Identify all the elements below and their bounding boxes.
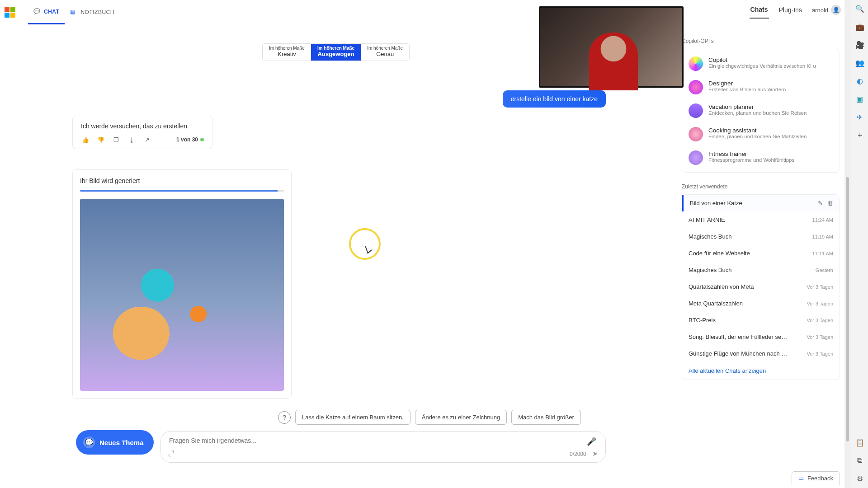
- cube-icon[interactable]: ▣: [855, 94, 865, 104]
- new-topic-button[interactable]: 💬 Neues Thema: [76, 430, 154, 455]
- gpt-cooking[interactable]: Cooking assistantFinden, planen und koch…: [682, 122, 840, 146]
- gpt-fitness[interactable]: Fitness trainerFitnessprogramme und Wohl…: [682, 146, 840, 169]
- recent-item[interactable]: Magisches Buch11:19 AM: [682, 228, 840, 245]
- copy-icon[interactable]: ❐: [112, 135, 121, 144]
- vacation-gpt-icon: [689, 103, 703, 118]
- gpt-vacation[interactable]: Vacation plannerEntdecken, planen und bu…: [682, 99, 840, 122]
- recent-chats: Bild von einer Katze ✎🗑 AI MIT ARNIE11:2…: [682, 194, 840, 380]
- briefcase-icon[interactable]: 💼: [855, 22, 865, 32]
- gpts-section-title: Copilot-GPTs: [682, 38, 840, 44]
- microsoft-logo: [5, 7, 15, 18]
- people-icon[interactable]: 👥: [855, 58, 865, 68]
- bot-text: Ich werde versuchen, das zu erstellen.: [81, 122, 204, 130]
- suggestion-3[interactable]: Mach das Bild größer: [511, 410, 581, 425]
- message-input[interactable]: [169, 437, 533, 444]
- image-generation-card: Ihr Bild wird generiert: [72, 169, 292, 399]
- webcam-overlay: [539, 6, 684, 88]
- chat-icon: 💬: [33, 8, 41, 15]
- cooking-gpt-icon: [689, 127, 703, 141]
- send-icon[interactable]: ➤: [592, 450, 598, 457]
- recent-item[interactable]: BTC-PreisVor 3 Tagen: [682, 312, 840, 328]
- settings-icon[interactable]: ⚙: [855, 474, 865, 483]
- user-message: erstelle ein bild von einer katze: [503, 90, 606, 108]
- copilot-gpt-icon: [689, 56, 703, 71]
- thumbs-down-icon[interactable]: 👎: [96, 135, 105, 144]
- tab-chat-label: CHAT: [44, 9, 59, 15]
- recent-item[interactable]: Günstige Flüge von München nach FraVor 3…: [682, 345, 840, 362]
- bot-actions: 👍 👎 ❐ ⭳ ↗ 1 von 30: [81, 135, 204, 144]
- delete-icon[interactable]: 🗑: [827, 200, 833, 206]
- gpt-designer[interactable]: DesignerErstellen von Bildern aus Wörter…: [682, 75, 840, 99]
- style-balanced[interactable]: Im höheren Maße Ausgewogen: [311, 44, 361, 61]
- suggestion-2[interactable]: Ändere es zu einer Zeichnung: [415, 410, 507, 425]
- style-creative[interactable]: Im höheren Maße Kreativ: [263, 44, 311, 61]
- recents-section-title: Zuletzt verwendete: [682, 183, 840, 190]
- recent-item[interactable]: Magisches BuchGestern: [682, 262, 840, 278]
- clipboard-icon[interactable]: 📋: [855, 437, 865, 447]
- tab-chats[interactable]: Chats: [750, 1, 769, 19]
- recent-item[interactable]: Meta QuartalszahlenVor 3 Tagen: [682, 295, 840, 312]
- visual-search-icon[interactable]: ⌞⌝: [168, 450, 175, 458]
- generation-title: Ihr Bild wird generiert: [80, 177, 284, 184]
- tab-plugins[interactable]: Plug-Ins: [778, 2, 803, 18]
- thumbs-up-icon[interactable]: 👍: [81, 135, 90, 144]
- status-dot-icon: [200, 138, 204, 141]
- generated-image-placeholder: [80, 199, 284, 391]
- gpt-copilot[interactable]: CopilotEin gleichgewichtiges Verhältnis …: [682, 52, 840, 75]
- feedback-icon: ▭: [798, 475, 804, 482]
- share-icon[interactable]: ↗: [142, 135, 151, 144]
- chat-area: erstelle ein bild von einer katze Ich we…: [72, 81, 615, 488]
- avatar-icon: 👤: [831, 5, 841, 15]
- tab-notebook[interactable]: ▦ NOTIZBUCH: [65, 0, 120, 24]
- add-icon[interactable]: ＋: [855, 130, 865, 140]
- tab-icon[interactable]: ⧉: [855, 455, 865, 465]
- header: 💬 CHAT ▦ NOTIZBUCH: [0, 0, 844, 24]
- tab-notebook-label: NOTIZBUCH: [80, 9, 114, 15]
- designer-gpt-icon: [689, 80, 703, 94]
- recent-item[interactable]: Song: Bleistift, der eine Füllfeder sein…: [682, 328, 840, 345]
- tab-chat[interactable]: 💬 CHAT: [28, 0, 65, 24]
- compose-box: 🎤 ⌞⌝ 0/2000 ➤: [160, 431, 606, 463]
- gpt-list: CopilotEin gleichgewichtiges Verhältnis …: [682, 49, 840, 173]
- recent-item[interactable]: Bild von einer Katze ✎🗑: [682, 195, 840, 211]
- user-menu[interactable]: arnold 👤: [812, 5, 841, 15]
- fitness-gpt-icon: [689, 150, 703, 165]
- show-all-chats[interactable]: Alle aktuellen Chats anzeigen: [682, 362, 840, 380]
- username: arnold: [812, 7, 828, 14]
- edit-icon[interactable]: ✎: [818, 200, 823, 206]
- recent-item[interactable]: Code für eine Webseite11:11 AM: [682, 245, 840, 262]
- progress-bar: [80, 190, 284, 192]
- turn-counter: 1 von 30: [176, 136, 204, 143]
- bot-message: Ich werde versuchen, das zu erstellen. 👍…: [72, 116, 212, 149]
- char-counter: 0/2000: [570, 451, 586, 457]
- header-right: Chats Plug-Ins arnold 👤: [750, 0, 841, 20]
- style-precise[interactable]: Im höheren Maße Genau: [361, 44, 409, 61]
- notebook-icon: ▦: [70, 9, 77, 16]
- microphone-icon[interactable]: 🎤: [587, 437, 596, 446]
- feedback-button[interactable]: ▭ Feedback: [792, 471, 840, 485]
- rocket-icon[interactable]: ✈: [855, 112, 865, 122]
- scrollbar[interactable]: [844, 0, 851, 488]
- recent-item[interactable]: Quartalszahlen von MetaVor 3 Tagen: [682, 278, 840, 295]
- copilot-icon[interactable]: ◐: [855, 76, 865, 86]
- recent-item[interactable]: AI MIT ARNIE11:24 AM: [682, 211, 840, 228]
- style-selector: Im höheren Maße Kreativ Im höheren Maße …: [262, 43, 410, 61]
- camera-icon[interactable]: 🎥: [855, 40, 865, 50]
- search-icon[interactable]: 🔍: [855, 4, 865, 14]
- cursor-highlight: [349, 228, 381, 260]
- suggestion-1[interactable]: Lass die Katze auf einem Baum sitzen.: [295, 410, 410, 425]
- help-icon[interactable]: ?: [278, 411, 291, 424]
- os-sidebar: 🔍 💼 🎥 👥 ◐ ▣ ✈ ＋ 📋 ⧉ ⚙: [851, 0, 868, 488]
- broom-icon: 💬: [83, 436, 95, 448]
- right-panel: Copilot-GPTs CopilotEin gleichgewichtige…: [682, 27, 840, 483]
- download-icon[interactable]: ⭳: [127, 135, 136, 144]
- suggestions: ? Lass die Katze auf einem Baum sitzen. …: [278, 410, 581, 425]
